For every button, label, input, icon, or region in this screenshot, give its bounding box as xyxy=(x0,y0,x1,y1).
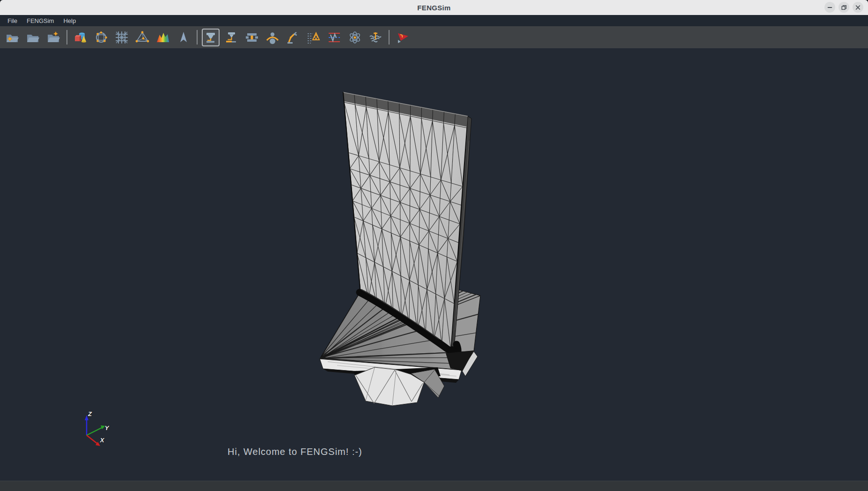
menu-item-help[interactable]: Help xyxy=(59,16,81,26)
status-bar xyxy=(0,481,868,491)
maximize-button[interactable] xyxy=(839,2,849,13)
axis-y-label: Y xyxy=(105,424,109,431)
minimize-icon xyxy=(824,2,835,13)
toolbar xyxy=(0,26,868,48)
measure-tolerance-icon xyxy=(306,30,322,45)
axis-x-label: X xyxy=(100,437,104,444)
tetrahedron-button[interactable] xyxy=(133,29,151,46)
menu-item-file[interactable]: File xyxy=(3,16,22,26)
press-fixture-button[interactable] xyxy=(243,29,261,46)
titlebar: FENGSim xyxy=(0,0,868,15)
toolbar-separator xyxy=(389,30,390,45)
axis-z-label: Z xyxy=(88,410,92,417)
toolbar-separator xyxy=(197,30,198,45)
cursor-arrow-button[interactable] xyxy=(175,29,192,46)
red-flag-button[interactable] xyxy=(394,29,412,46)
robot-arm-button[interactable] xyxy=(284,29,302,46)
press-fixture-icon xyxy=(244,30,260,45)
window-title: FENGSim xyxy=(417,4,450,12)
atom-physics-button[interactable] xyxy=(346,29,364,46)
mesh-sphere-icon xyxy=(93,30,109,45)
folder-import-button[interactable] xyxy=(44,29,62,46)
folder-import-icon xyxy=(45,30,61,45)
signal-waveform-button[interactable] xyxy=(325,29,343,46)
mesh-grid-button[interactable] xyxy=(113,29,131,46)
geometry-primitives-button[interactable] xyxy=(72,29,89,46)
close-button[interactable] xyxy=(853,2,863,13)
maximize-icon xyxy=(839,2,849,13)
operator-icon xyxy=(265,30,280,45)
fluid-waves-button[interactable] xyxy=(367,29,384,46)
fengsim-window: FENGSim FileFENGSimHelp Z Y X Hi, Welcom… xyxy=(0,0,868,491)
cursor-arrow-icon xyxy=(176,30,191,45)
toolbar-separator xyxy=(66,30,67,45)
minimize-button[interactable] xyxy=(824,2,835,13)
additive-printer-button[interactable] xyxy=(222,29,240,46)
mesh-grid-icon xyxy=(114,30,130,45)
viewport-3d[interactable]: Z Y X Hi, Welcome to FENGSim! :-) xyxy=(0,48,868,481)
signal-waveform-icon xyxy=(326,30,342,45)
folder-open-icon xyxy=(25,30,41,45)
measure-tolerance-button[interactable] xyxy=(305,29,323,46)
surface-plot-icon xyxy=(155,30,171,45)
surface-plot-button[interactable] xyxy=(154,29,172,46)
turbine-blade-model xyxy=(0,48,868,481)
menubar: FileFENGSimHelp xyxy=(0,15,868,26)
mesh-sphere-button[interactable] xyxy=(92,29,110,46)
atom-physics-icon xyxy=(347,30,363,45)
machining-printer-icon xyxy=(203,30,219,45)
machining-printer-button[interactable] xyxy=(202,29,220,46)
menu-item-fengsim[interactable]: FENGSim xyxy=(22,16,59,26)
tetrahedron-icon xyxy=(134,30,150,45)
folder-new-icon xyxy=(4,30,20,45)
welcome-message: Hi, Welcome to FENGSim! :-) xyxy=(228,446,362,457)
red-flag-icon xyxy=(395,30,411,45)
additive-printer-icon xyxy=(223,30,239,45)
folder-new-button[interactable] xyxy=(3,29,21,46)
operator-button[interactable] xyxy=(264,29,281,46)
folder-open-button[interactable] xyxy=(24,29,42,46)
close-icon xyxy=(853,2,863,13)
fluid-waves-icon xyxy=(368,30,383,45)
robot-arm-icon xyxy=(285,30,301,45)
window-controls xyxy=(824,2,863,13)
geometry-primitives-icon xyxy=(73,30,88,45)
